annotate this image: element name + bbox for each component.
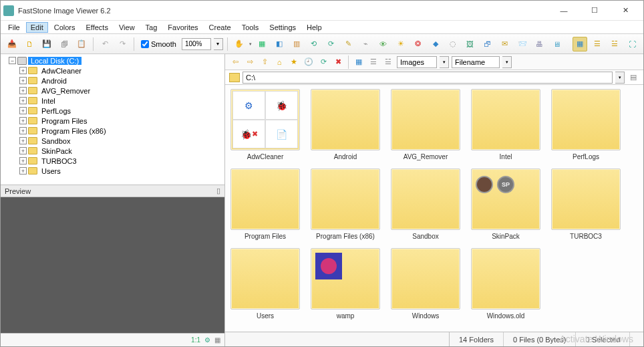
- nav-up-button[interactable]: ⇧: [259, 56, 271, 68]
- thumb-item[interactable]: TURBOC3: [551, 168, 621, 240]
- nav-home-button[interactable]: ⌂: [273, 56, 285, 68]
- hand-tool-button[interactable]: ✋: [232, 37, 247, 51]
- redeye-button[interactable]: 👁: [376, 37, 391, 51]
- draw-button[interactable]: ✎: [341, 37, 356, 51]
- view-thumbs-button[interactable]: ▦: [573, 37, 587, 51]
- fullscreen-button[interactable]: ⛶: [625, 37, 639, 51]
- rotate-left-button[interactable]: ⟲: [307, 37, 321, 51]
- address-dropdown-icon[interactable]: ▾: [615, 72, 625, 84]
- thumb-item[interactable]: SPSkinPack: [471, 168, 540, 240]
- rotate-right-button[interactable]: ⟳: [324, 37, 339, 51]
- tree-toggle-icon[interactable]: +: [19, 157, 27, 164]
- blur-button[interactable]: ◌: [446, 37, 460, 51]
- new-button[interactable]: 🗋: [22, 37, 37, 51]
- thumb-item[interactable]: wamp: [311, 248, 380, 320]
- thumbnail-area[interactable]: ⚙🐞🐞✖📄AdwCleanerAndroidAVG_RemoverIntelPe…: [225, 85, 643, 332]
- thumb-item[interactable]: Program Files (x86): [311, 168, 380, 240]
- tree-item[interactable]: +Android: [3, 76, 222, 86]
- tree-item[interactable]: +Program Files: [3, 116, 222, 126]
- open-email-button[interactable]: 📨: [515, 37, 530, 51]
- menu-create[interactable]: Create: [204, 22, 236, 33]
- menu-favorites[interactable]: Favorites: [163, 22, 202, 33]
- thumb-item[interactable]: AVG_Remover: [391, 89, 460, 160]
- menu-view[interactable]: View: [114, 22, 140, 33]
- thumb-item[interactable]: Intel: [471, 89, 540, 160]
- color-button[interactable]: ❂: [411, 37, 426, 51]
- thumb-item[interactable]: ⚙🐞🐞✖📄AdwCleaner: [230, 89, 300, 160]
- sort-dropdown-icon[interactable]: ▾: [502, 56, 512, 68]
- tree-toggle-icon[interactable]: +: [19, 97, 27, 104]
- menu-colors[interactable]: Colors: [49, 22, 80, 33]
- thumb-item[interactable]: Sandbox: [391, 168, 460, 240]
- tree-item[interactable]: +AVG_Remover: [3, 86, 222, 96]
- nav-fav-button[interactable]: ★: [288, 56, 300, 68]
- print-button[interactable]: 🖶: [532, 37, 547, 51]
- tree-toggle-icon[interactable]: +: [19, 87, 27, 94]
- tree-toggle-icon[interactable]: +: [19, 127, 27, 134]
- menu-tag[interactable]: Tag: [141, 22, 162, 33]
- tree-toggle-icon[interactable]: +: [19, 137, 27, 144]
- minimize-button[interactable]: —: [548, 1, 579, 21]
- tree-item[interactable]: +TURBOC3: [3, 156, 222, 166]
- tree-toggle-icon[interactable]: +: [19, 147, 27, 154]
- zoom-ratio-label[interactable]: 1:1: [191, 336, 200, 344]
- nav-forward-button[interactable]: ⇨: [244, 56, 256, 68]
- tree-root-label[interactable]: Local Disk (C:): [28, 57, 82, 65]
- tree-item[interactable]: +Sandbox: [3, 136, 222, 146]
- address-side-button[interactable]: ▤: [627, 72, 639, 84]
- menu-file[interactable]: File: [3, 22, 25, 33]
- preview-grid-icon[interactable]: ▦: [214, 336, 220, 344]
- tree-toggle-icon[interactable]: +: [19, 67, 27, 74]
- nav-refresh-button[interactable]: ⟳: [317, 56, 329, 68]
- save-all-button[interactable]: 🗐: [57, 37, 71, 51]
- clone-button[interactable]: ⌁: [359, 37, 373, 51]
- maximize-button[interactable]: ☐: [579, 1, 610, 21]
- view-list-button[interactable]: ☰: [590, 37, 605, 51]
- thumb-item[interactable]: Windows: [391, 248, 460, 320]
- thumb-item[interactable]: Android: [311, 89, 380, 160]
- email-button[interactable]: ✉: [498, 37, 512, 51]
- thumb-item[interactable]: PerfLogs: [551, 89, 621, 160]
- menu-tools[interactable]: Tools: [237, 22, 264, 33]
- preview-pin-icon[interactable]: ▯: [216, 187, 220, 195]
- view-details-button[interactable]: ☱: [607, 37, 622, 51]
- preview-gear-icon[interactable]: ⚙: [204, 336, 210, 344]
- light-button[interactable]: ☀: [393, 37, 408, 51]
- nav-view-icon2[interactable]: ☰: [367, 56, 379, 68]
- menu-settings[interactable]: Settings: [265, 22, 301, 33]
- save-button[interactable]: 💾: [39, 37, 54, 51]
- nav-back-button[interactable]: ⇦: [229, 56, 241, 68]
- smooth-check-input[interactable]: [141, 40, 149, 48]
- tree-item[interactable]: +AdwCleaner: [3, 66, 222, 76]
- tree-toggle-icon[interactable]: +: [19, 117, 27, 124]
- nav-recent-button[interactable]: 🕘: [303, 56, 315, 68]
- nav-delete-button[interactable]: ✖: [332, 56, 344, 68]
- menu-effects[interactable]: Effects: [82, 22, 113, 33]
- thumb-item[interactable]: Program Files: [230, 168, 300, 240]
- view-filter-select[interactable]: Images: [397, 56, 437, 68]
- compare-button[interactable]: 🗗: [480, 37, 495, 51]
- canvas-button[interactable]: ▥: [289, 37, 304, 51]
- view-filter-dropdown-icon[interactable]: ▾: [440, 56, 449, 68]
- thumb-item[interactable]: Users: [230, 248, 300, 320]
- wallpaper-button[interactable]: 🖥: [550, 37, 565, 51]
- undo-button[interactable]: ↶: [98, 37, 112, 51]
- crop-button[interactable]: ▦: [255, 37, 269, 51]
- zoom-spinner[interactable]: ▾: [214, 38, 223, 50]
- resize-button[interactable]: ◧: [272, 37, 287, 51]
- acquire-button[interactable]: 📥: [5, 37, 19, 51]
- tree-toggle-icon[interactable]: +: [19, 167, 27, 175]
- picture-button[interactable]: 🖼: [463, 37, 478, 51]
- sort-select[interactable]: Filename: [452, 56, 500, 68]
- copy-button[interactable]: 📋: [74, 37, 89, 51]
- tree-item[interactable]: +SkinPack: [3, 146, 222, 156]
- thumb-item[interactable]: Windows.old: [471, 248, 540, 320]
- menu-edit[interactable]: Edit: [26, 22, 48, 33]
- tree-toggle-icon[interactable]: −: [9, 57, 16, 64]
- tree-toggle-icon[interactable]: +: [19, 77, 27, 84]
- sharp-button[interactable]: ◆: [428, 37, 443, 51]
- tree-item[interactable]: +PerfLogs: [3, 106, 222, 116]
- tree-toggle-icon[interactable]: +: [19, 107, 27, 114]
- address-input[interactable]: C:\: [243, 72, 613, 84]
- tree-item[interactable]: +Program Files (x86): [3, 126, 222, 136]
